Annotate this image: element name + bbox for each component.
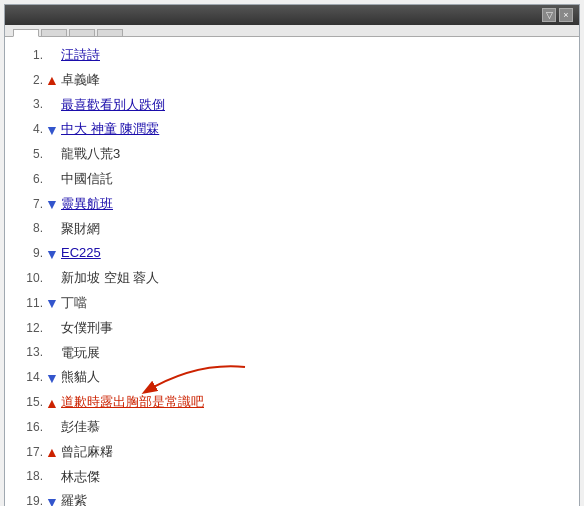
item-arrow-icon xyxy=(43,95,61,116)
item-label[interactable]: EC225 xyxy=(61,243,101,264)
list-item: 4.▼中大 神童 陳潤霖 xyxy=(15,117,569,142)
list-item: 11.▼丁噹 xyxy=(15,291,569,316)
item-arrow-icon xyxy=(43,144,61,165)
item-arrow-icon xyxy=(43,318,61,339)
tab-one-week[interactable] xyxy=(69,29,95,36)
list-item: 18. 林志傑 xyxy=(15,465,569,490)
no-arrow xyxy=(43,318,61,339)
item-arrow-icon xyxy=(43,467,61,488)
item-label: 聚財網 xyxy=(61,219,100,240)
up-arrow-icon: ▲ xyxy=(45,396,59,410)
list-item: 10. 新加坡 空姐 蓉人 xyxy=(15,266,569,291)
no-arrow xyxy=(43,144,61,165)
item-label[interactable]: 道歉時露出胸部是常識吧 xyxy=(61,392,204,413)
item-label: 卓義峰 xyxy=(61,70,100,91)
item-label[interactable]: 最喜歡看別人跌倒 xyxy=(61,95,165,116)
list-item: 12. 女僕刑事 xyxy=(15,316,569,341)
item-number: 1. xyxy=(15,46,43,65)
item-number: 8. xyxy=(15,219,43,238)
item-number: 15. xyxy=(15,393,43,412)
item-label[interactable]: 中大 神童 陳潤霖 xyxy=(61,119,159,140)
item-arrow-icon xyxy=(43,268,61,289)
item-number: 12. xyxy=(15,319,43,338)
item-number: 2. xyxy=(15,71,43,90)
item-label: 女僕刑事 xyxy=(61,318,113,339)
item-number: 9. xyxy=(15,244,43,263)
list-item: 17.▲曾記麻糬 xyxy=(15,440,569,465)
close-button[interactable]: × xyxy=(559,8,573,22)
down-arrow-icon: ▼ xyxy=(45,197,59,211)
list-item: 7.▼靈異航班 xyxy=(15,192,569,217)
down-arrow-icon: ▼ xyxy=(45,296,59,310)
content-area: 1. 汪詩詩2.▲卓義峰3. 最喜歡看別人跌倒4.▼中大 神童 陳潤霖5. 龍戰… xyxy=(5,37,579,506)
item-label: 龍戰八荒3 xyxy=(61,144,120,165)
widget-title-bar: ▽ × xyxy=(5,5,579,25)
list-item: 1. 汪詩詩 xyxy=(15,43,569,68)
item-number: 18. xyxy=(15,467,43,486)
trending-list: 1. 汪詩詩2.▲卓義峰3. 最喜歡看別人跌倒4.▼中大 神童 陳潤霖5. 龍戰… xyxy=(15,43,569,506)
no-arrow xyxy=(43,95,61,116)
no-arrow xyxy=(43,219,61,240)
up-arrow-icon: ▲ xyxy=(45,73,59,87)
item-label[interactable]: 靈異航班 xyxy=(61,194,113,215)
item-number: 4. xyxy=(15,120,43,139)
item-label: 熊貓人 xyxy=(61,367,100,388)
up-arrow-icon: ▲ xyxy=(45,445,59,459)
item-number: 7. xyxy=(15,195,43,214)
no-arrow xyxy=(43,169,61,190)
title-controls: ▽ × xyxy=(542,8,573,22)
item-arrow-icon: ▲ xyxy=(43,73,61,87)
item-number: 16. xyxy=(15,418,43,437)
widget: ▽ × 1. 汪詩詩2.▲卓義峰3. 最喜歡看別人跌倒4.▼中大 神童 陳潤霖5… xyxy=(4,4,580,506)
no-arrow xyxy=(43,417,61,438)
item-label: 中國信託 xyxy=(61,169,113,190)
list-item: 3. 最喜歡看別人跌倒 xyxy=(15,93,569,118)
item-arrow-icon: ▼ xyxy=(43,247,61,261)
item-label: 新加坡 空姐 蓉人 xyxy=(61,268,159,289)
no-arrow xyxy=(43,268,61,289)
item-arrow-icon xyxy=(43,219,61,240)
tab-one-day[interactable] xyxy=(41,29,67,36)
item-arrow-icon: ▼ xyxy=(43,296,61,310)
list-item: 8. 聚財網 xyxy=(15,217,569,242)
list-item: 2.▲卓義峰 xyxy=(15,68,569,93)
item-arrow-icon: ▼ xyxy=(43,123,61,137)
tab-one-month[interactable] xyxy=(97,29,123,36)
list-item: 19.▼羅紫 xyxy=(15,489,569,506)
no-arrow xyxy=(43,45,61,66)
item-number: 17. xyxy=(15,443,43,462)
item-arrow-icon xyxy=(43,343,61,364)
item-arrow-icon: ▼ xyxy=(43,371,61,385)
tab-bar xyxy=(5,25,579,37)
down-arrow-icon: ▼ xyxy=(45,495,59,506)
item-arrow-icon xyxy=(43,169,61,190)
item-number: 19. xyxy=(15,492,43,506)
list-item: 6. 中國信託 xyxy=(15,167,569,192)
list-item: 14.▼熊貓人 xyxy=(15,365,569,390)
down-arrow-icon: ▼ xyxy=(45,123,59,137)
item-arrow-icon: ▲ xyxy=(43,445,61,459)
item-arrow-icon: ▼ xyxy=(43,495,61,506)
item-label: 彭佳慕 xyxy=(61,417,100,438)
item-number: 10. xyxy=(15,269,43,288)
item-number: 14. xyxy=(15,368,43,387)
item-label[interactable]: 汪詩詩 xyxy=(61,45,100,66)
item-label: 曾記麻糬 xyxy=(61,442,113,463)
down-arrow-icon: ▼ xyxy=(45,247,59,261)
no-arrow xyxy=(43,343,61,364)
item-label: 丁噹 xyxy=(61,293,87,314)
list-item: 9.▼EC225 xyxy=(15,241,569,266)
tab-latest[interactable] xyxy=(13,29,39,37)
item-number: 11. xyxy=(15,294,43,313)
item-number: 3. xyxy=(15,95,43,114)
item-arrow-icon: ▼ xyxy=(43,197,61,211)
down-arrow-icon: ▼ xyxy=(45,371,59,385)
list-item: 5. 龍戰八荒3 xyxy=(15,142,569,167)
item-number: 13. xyxy=(15,343,43,362)
list-item: 15.▲道歉時露出胸部是常識吧 xyxy=(15,390,569,415)
item-arrow-icon: ▲ xyxy=(43,396,61,410)
no-arrow xyxy=(43,467,61,488)
item-label: 電玩展 xyxy=(61,343,100,364)
list-item: 13. 電玩展 xyxy=(15,341,569,366)
minimize-button[interactable]: ▽ xyxy=(542,8,556,22)
